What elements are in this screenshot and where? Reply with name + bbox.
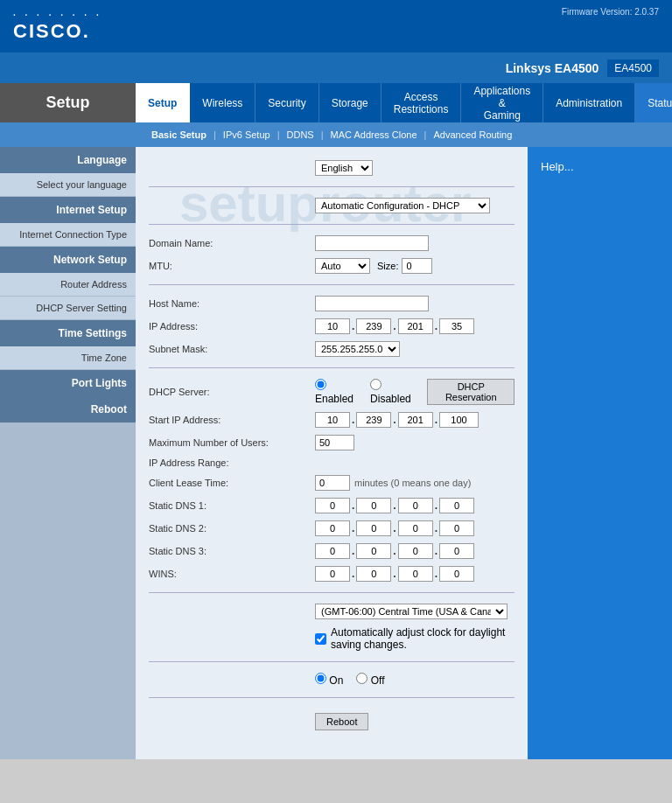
main-content: setuprouter English Spanish French Autom… — [136, 147, 528, 759]
domain-name-input[interactable] — [315, 235, 429, 251]
sidebar-section-network: Network Setup — [0, 247, 136, 273]
host-name-input[interactable] — [315, 296, 429, 311]
max-users-input[interactable] — [315, 435, 354, 450]
host-name-row: Host Name: — [149, 296, 514, 311]
internet-connection-select[interactable]: Automatic Configuration - DHCP Static IP… — [315, 198, 490, 213]
port-lights-off-radio[interactable] — [356, 673, 368, 684]
max-users-row: Maximum Number of Users: — [149, 435, 514, 450]
start-ip-label: Start IP Address: — [149, 415, 315, 425]
dns2-octet3[interactable] — [398, 520, 433, 536]
network-section: Host Name: IP Address: . . . Subnet Mask… — [149, 296, 514, 357]
tab-status[interactable]: Status — [635, 83, 672, 122]
ip-octet4[interactable] — [439, 318, 474, 334]
mtu-size-input[interactable] — [402, 258, 432, 274]
router-model-bar: Linksys EA4500 EA4500 — [0, 52, 672, 83]
dhcp-disabled-label: Disabled — [370, 379, 418, 405]
dhcp-reservation-button[interactable]: DHCP Reservation — [427, 379, 514, 405]
language-select[interactable]: English Spanish French — [315, 160, 373, 176]
tab-storage[interactable]: Storage — [319, 83, 382, 122]
ip-octet2[interactable] — [356, 318, 391, 334]
subnet-mask-select[interactable]: 255.255.255.0 255.255.0.0 255.0.0.0 — [315, 341, 400, 357]
dns1-octet3[interactable] — [398, 498, 433, 513]
tab-applications-gaming[interactable]: Applications &Gaming — [461, 83, 543, 122]
tab-security[interactable]: Security — [256, 83, 318, 122]
sidebar-section-internet: Internet Setup — [0, 197, 136, 223]
sidebar-row-router-address: Router Address — [0, 273, 136, 297]
mtu-mode-select[interactable]: Auto Manual — [315, 258, 370, 274]
tab-wireless[interactable]: Wireless — [190, 83, 256, 122]
timezone-select[interactable]: (GMT-06:00) Central Time (USA & Canada) … — [315, 604, 508, 619]
dhcp-disabled-radio[interactable] — [370, 379, 382, 390]
subtab-mac-address-clone[interactable]: MAC Address Clone — [324, 127, 424, 143]
start-ip-octet3[interactable] — [398, 412, 433, 428]
reboot-button[interactable]: Reboot — [315, 713, 368, 730]
router-name: Linksys EA4500 — [506, 61, 599, 75]
daylight-saving-row: Automatically adjust clock for daylight … — [149, 626, 514, 651]
dns1-octet4[interactable] — [439, 498, 474, 513]
start-ip-octet2[interactable] — [356, 412, 391, 428]
ip-range-label: IP Address Range: — [149, 457, 315, 468]
domain-section: Domain Name: MTU: Auto Manual Size: — [149, 235, 514, 274]
port-lights-options: On Off — [315, 673, 385, 687]
domain-name-row: Domain Name: — [149, 235, 514, 251]
subtab-ddns[interactable]: DDNS — [280, 127, 321, 143]
sub-nav: Basic Setup | IPv6 Setup | DDNS | MAC Ad… — [0, 122, 672, 147]
help-link[interactable]: Help... — [541, 160, 574, 173]
right-panel: Help... — [528, 147, 672, 759]
wins-octet3[interactable] — [398, 566, 433, 582]
content-wrapper: Language Select your language Internet S… — [0, 147, 672, 759]
wins-octet1[interactable] — [315, 566, 350, 582]
mtu-size-label: Size: — [377, 261, 398, 271]
wins-octet2[interactable] — [356, 566, 391, 582]
daylight-saving-checkbox[interactable] — [315, 633, 326, 645]
subtab-advanced-routing[interactable]: Advanced Routing — [426, 127, 519, 143]
host-name-label: Host Name: — [149, 298, 315, 309]
static-dns2-label: Static DNS 2: — [149, 523, 315, 534]
sidebar-section-time: Time Settings — [0, 320, 136, 346]
subnet-mask-row: Subnet Mask: 255.255.255.0 255.255.0.0 2… — [149, 341, 514, 357]
port-lights-row: On Off — [149, 673, 514, 687]
mtu-row: MTU: Auto Manual Size: — [149, 258, 514, 274]
dns1-octet1[interactable] — [315, 498, 350, 513]
timezone-row: (GMT-06:00) Central Time (USA & Canada) … — [149, 604, 514, 619]
left-sidebar: Language Select your language Internet S… — [0, 147, 136, 759]
ip-address-row: IP Address: . . . — [149, 318, 514, 334]
max-users-label: Maximum Number of Users: — [149, 437, 315, 448]
dhcp-enabled-radio[interactable] — [315, 379, 326, 390]
dns2-octet1[interactable] — [315, 520, 350, 536]
dns2-octet4[interactable] — [439, 520, 474, 536]
start-ip-octet1[interactable] — [315, 412, 350, 428]
dns3-octet2[interactable] — [356, 543, 391, 559]
wins-row: WINS: . . . — [149, 566, 514, 582]
static-dns1-row: Static DNS 1: . . . — [149, 498, 514, 513]
client-lease-input[interactable] — [315, 475, 350, 491]
tab-setup[interactable]: Setup — [136, 83, 190, 122]
ip-address-fields: . . . — [315, 318, 474, 334]
dns3-octet4[interactable] — [439, 543, 474, 559]
sidebar-row-language: Select your language — [0, 173, 136, 197]
client-lease-row: Client Lease Time: minutes (0 means one … — [149, 475, 514, 491]
dns1-octet2[interactable] — [356, 498, 391, 513]
dhcp-enabled-label: Enabled — [315, 379, 361, 405]
tab-administration[interactable]: Administration — [543, 83, 635, 122]
dns3-octet1[interactable] — [315, 543, 350, 559]
port-lights-on-radio[interactable] — [315, 673, 326, 684]
start-ip-octet4[interactable] — [439, 412, 479, 428]
ip-octet1[interactable] — [315, 318, 350, 334]
subtab-ipv6-setup[interactable]: IPv6 Setup — [216, 127, 277, 143]
dns2-octet2[interactable] — [356, 520, 391, 536]
dhcp-server-label: DHCP Server: — [149, 387, 315, 397]
internet-section: Automatic Configuration - DHCP Static IP… — [149, 198, 514, 213]
reboot-section: Reboot — [149, 709, 514, 730]
start-ip-fields: . . . — [315, 412, 479, 428]
wins-octet4[interactable] — [439, 566, 474, 582]
sidebar-row-internet-type: Internet Connection Type — [0, 223, 136, 247]
subtab-basic-setup[interactable]: Basic Setup — [144, 127, 214, 143]
sidebar-section-port-lights: Port Lights — [0, 370, 136, 396]
tab-access-restrictions[interactable]: AccessRestrictions — [382, 83, 462, 122]
port-lights-section: On Off — [149, 673, 514, 687]
dns3-octet3[interactable] — [398, 543, 433, 559]
static-dns3-label: Static DNS 3: — [149, 546, 315, 556]
firmware-info: Firmware Version: 2.0.37 — [562, 7, 659, 17]
ip-octet3[interactable] — [398, 318, 433, 334]
